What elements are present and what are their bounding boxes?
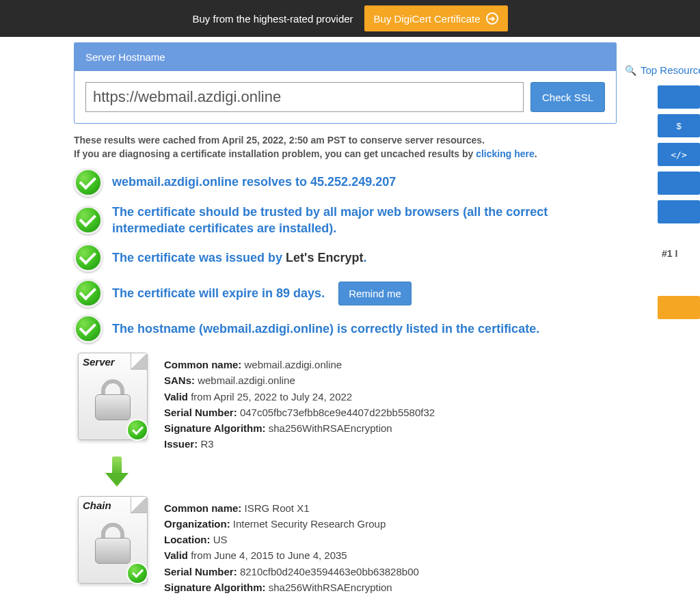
top-promo-bar: Buy from the highest-rated provider Buy …	[0, 0, 700, 37]
lock-icon	[95, 379, 131, 420]
hostname-card: Server Hostname Check SSL	[74, 42, 617, 124]
sidebar-item-4[interactable]	[658, 200, 700, 223]
status-trusted: The certificate should be trusted by all…	[74, 204, 617, 237]
cert-server: Server Common name: webmail.azdigi.onlin…	[78, 353, 617, 452]
cert-chain-1: Chain Common name: ISRG Root X1 Organiza…	[78, 496, 617, 600]
status-issuer: The certificate was issued by Let's Encr…	[74, 243, 617, 272]
buy-certificate-button[interactable]: Buy DigiCert Certificate ➔	[364, 5, 508, 31]
sidebar: 🔍 Top Resources $ </> #1 I	[625, 42, 700, 600]
check-icon	[74, 243, 103, 272]
status-hostname-match: The hostname (webmail.azdigi.online) is …	[74, 314, 617, 343]
page-fold-icon	[131, 353, 147, 370]
check-ssl-button[interactable]: Check SSL	[530, 82, 605, 112]
sidebar-cta-button[interactable]	[658, 296, 700, 319]
check-icon	[74, 168, 103, 197]
search-icon: 🔍	[625, 65, 636, 76]
remind-me-button[interactable]: Remind me	[338, 282, 412, 305]
arrow-right-circle-icon: ➔	[486, 12, 498, 25]
page-fold-icon	[131, 497, 147, 513]
cert-details: Common name: webmail.azdigi.online SANs:…	[164, 353, 435, 452]
hostname-input[interactable]	[85, 82, 524, 112]
cache-note: These results were cached from April 25,…	[74, 133, 617, 161]
cert-details: Common name: ISRG Root X1 Organization: …	[164, 496, 419, 600]
rank-label: #1 I	[662, 248, 700, 259]
check-icon	[74, 206, 103, 234]
down-arrow-icon	[105, 456, 129, 487]
sidebar-item-3[interactable]	[658, 172, 700, 195]
chain-cert-icon: Chain	[78, 496, 148, 584]
sidebar-item-0[interactable]	[658, 85, 700, 109]
lock-icon	[95, 523, 131, 564]
check-icon	[74, 314, 103, 343]
status-expiry: The certificate will expire in 89 days. …	[74, 279, 617, 308]
sidebar-item-2[interactable]: </>	[658, 143, 700, 166]
check-badge-icon	[126, 562, 148, 584]
uncached-link[interactable]: clicking here	[476, 148, 535, 159]
sidebar-item-1[interactable]: $	[658, 114, 700, 137]
main-content: Server Hostname Check SSL These results …	[0, 42, 625, 600]
sidebar-heading: 🔍 Top Resources	[625, 64, 700, 76]
promo-text: Buy from the highest-rated provider	[192, 13, 353, 25]
status-resolves: webmail.azdigi.online resolves to 45.252…	[74, 168, 617, 197]
check-badge-icon	[126, 419, 148, 441]
check-icon	[74, 279, 103, 308]
server-cert-icon: Server	[78, 353, 148, 440]
card-header: Server Hostname	[75, 43, 616, 71]
